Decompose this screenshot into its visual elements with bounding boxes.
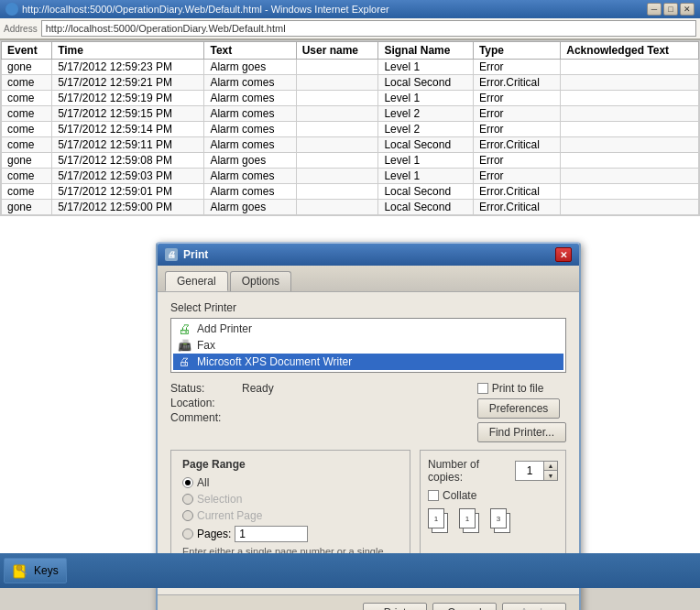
table-header-acknowledged-text: Acknowledged Text: [561, 42, 699, 60]
address-input[interactable]: [41, 20, 696, 37]
table-header-type: Type: [473, 42, 560, 60]
table-cell: [296, 200, 378, 215]
copies-spinner: ▲ ▼: [543, 462, 557, 480]
printer-item-fax[interactable]: 📠 Fax: [173, 337, 563, 354]
copies-row: Number of copies: ▲ ▼: [428, 458, 558, 484]
maximize-button[interactable]: □: [663, 3, 678, 16]
apply-button[interactable]: Apply: [502, 603, 566, 610]
taskbar-label: Keys: [34, 564, 59, 577]
print-to-file-label: Print to file: [492, 382, 544, 395]
table-cell: [561, 153, 699, 169]
copies-input[interactable]: [516, 462, 543, 480]
svg-point-1: [16, 565, 22, 571]
table-cell: Alarm comes: [204, 91, 296, 106]
table-cell: [296, 60, 378, 75]
table-cell: come: [2, 106, 52, 122]
fax-icon: 📠: [177, 339, 191, 352]
table-cell: Error: [473, 122, 560, 137]
table-cell: Level 2: [378, 106, 473, 122]
table-row: gone5/17/2012 12:59:23 PMAlarm goesLevel…: [2, 60, 699, 75]
radio-selection[interactable]: Selection: [182, 493, 399, 506]
printer-item-add[interactable]: 🖨 Add Printer: [173, 321, 563, 337]
radio-pages-circle[interactable]: [182, 528, 193, 539]
page-range-title: Page Range: [182, 458, 399, 471]
radio-pages-label: Pages:: [197, 528, 231, 540]
table-cell: [296, 137, 378, 153]
table-cell: [296, 169, 378, 184]
table-cell: Error: [473, 153, 560, 169]
dialog-body: Select Printer 🖨 Add Printer 📠 Fax 🖨 Mic…: [158, 291, 579, 594]
table-cell: Level 1: [378, 169, 473, 184]
printer-name-add: Add Printer: [197, 322, 252, 335]
printer-item-xps[interactable]: 🖨 Microsoft XPS Document Writer: [173, 354, 563, 370]
dialog-close-button[interactable]: ✕: [555, 247, 572, 262]
table-cell: Alarm goes: [204, 200, 296, 215]
collate-page-5: 3: [490, 508, 507, 528]
collate-checkbox[interactable]: [428, 490, 439, 501]
copies-down-button[interactable]: ▼: [544, 471, 557, 480]
comment-label: Comment:: [170, 411, 235, 424]
copies-up-button[interactable]: ▲: [544, 462, 557, 471]
table-row: come5/17/2012 12:59:01 PMAlarm comesLoca…: [2, 184, 699, 200]
pages-input[interactable]: [235, 526, 308, 542]
radio-selection-circle[interactable]: [182, 494, 193, 505]
radio-all-circle[interactable]: [182, 477, 193, 488]
table-cell: [296, 153, 378, 169]
table-header-text: Text: [204, 42, 296, 60]
table-cell: Alarm comes: [204, 137, 296, 153]
tab-options[interactable]: Options: [230, 271, 291, 291]
table-row: come5/17/2012 12:59:21 PMAlarm comesLoca…: [2, 75, 699, 91]
status-value: Ready: [242, 382, 274, 395]
browser-title: http://localhost:5000/OperationDiary.Web…: [22, 4, 389, 15]
table-cell: [561, 106, 699, 122]
table-cell: come: [2, 75, 52, 91]
find-printer-button[interactable]: Find Printer...: [477, 422, 566, 442]
dialog-titlebar: 🖨 Print ✕: [158, 244, 579, 266]
table-cell: gone: [2, 153, 52, 169]
table-cell: Level 1: [378, 153, 473, 169]
radio-current-page-circle[interactable]: [182, 510, 193, 521]
table-cell: 5/17/2012 12:59:08 PM: [52, 153, 204, 169]
location-label: Location:: [170, 397, 235, 409]
table-cell: Alarm goes: [204, 153, 296, 169]
table-row: come5/17/2012 12:59:19 PMAlarm comesLeve…: [2, 91, 699, 106]
radio-current-page[interactable]: Current Page: [182, 509, 399, 522]
table-cell: Error: [473, 169, 560, 184]
copies-label: Number of copies:: [428, 458, 508, 484]
table-row: come5/17/2012 12:59:14 PMAlarm comesLeve…: [2, 122, 699, 137]
tab-general[interactable]: General: [165, 271, 228, 291]
xps-printer-icon: 🖨: [177, 355, 191, 368]
printer-name-xps: Microsoft XPS Document Writer: [197, 355, 352, 368]
table-cell: 5/17/2012 12:59:03 PM: [52, 169, 204, 184]
table-cell: [561, 137, 699, 153]
dialog-tabs: General Options: [158, 266, 579, 291]
table-cell: 5/17/2012 12:59:19 PM: [52, 91, 204, 106]
table-cell: Local Second: [378, 184, 473, 200]
table-row: come5/17/2012 12:59:15 PMAlarm comesLeve…: [2, 106, 699, 122]
table-cell: Local Second: [378, 75, 473, 91]
print-button[interactable]: Print: [363, 603, 427, 610]
table-cell: [296, 122, 378, 137]
collate-page-1: 1: [428, 508, 444, 528]
radio-current-page-label: Current Page: [197, 509, 262, 522]
printer-name-fax: Fax: [197, 339, 215, 352]
close-button[interactable]: ✕: [680, 3, 695, 16]
radio-all[interactable]: All: [182, 476, 399, 489]
status-row: Status: Ready: [170, 382, 477, 395]
taskbar-item[interactable]: Keys: [4, 558, 67, 583]
print-to-file-checkbox[interactable]: [477, 383, 488, 394]
table-row: come5/17/2012 12:59:03 PMAlarm comesLeve…: [2, 169, 699, 184]
table-cell: 5/17/2012 12:59:14 PM: [52, 122, 204, 137]
table-cell: Alarm comes: [204, 75, 296, 91]
preferences-button[interactable]: Preferences: [477, 398, 561, 419]
printer-list: 🖨 Add Printer 📠 Fax 🖨 Microsoft XPS Docu…: [170, 318, 566, 373]
table-cell: Level 2: [378, 122, 473, 137]
table-cell: Local Second: [378, 137, 473, 153]
minimize-button[interactable]: ─: [647, 3, 662, 16]
table-cell: 5/17/2012 12:59:15 PM: [52, 106, 204, 122]
table-header-signal-name: Signal Name: [378, 42, 473, 60]
table-cell: Error.Critical: [473, 75, 560, 91]
cancel-button[interactable]: Cancel: [432, 603, 497, 610]
status-left: Status: Ready Location: Comment:: [170, 382, 477, 442]
table-cell: [296, 106, 378, 122]
